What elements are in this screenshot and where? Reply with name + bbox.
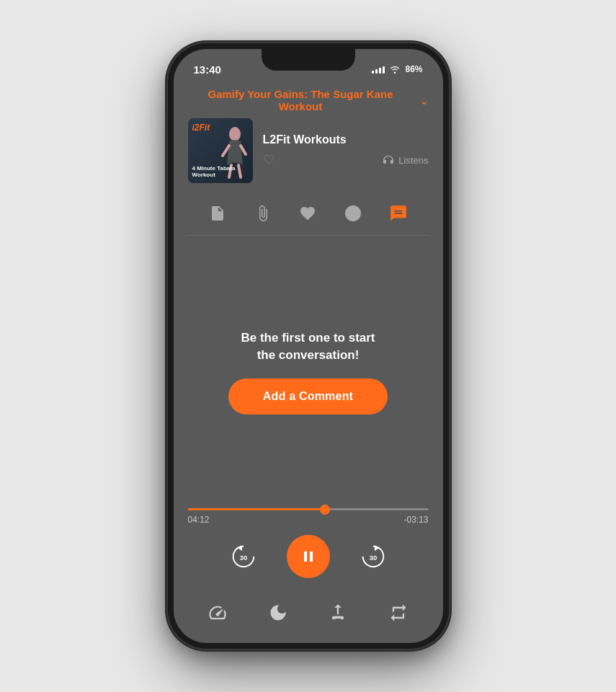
svg-text:30: 30	[369, 554, 377, 562]
tab-clip[interactable]	[249, 199, 277, 228]
signal-icon	[372, 65, 385, 74]
player-area: 04:12 -03:13 30	[174, 508, 443, 588]
tab-chat[interactable]	[384, 199, 413, 228]
artwork-overlay: i2Fit 4 Minute Tabata Workout	[188, 118, 253, 183]
podcast-card: i2Fit 4 Minute Tabata Workout L2Fit Work…	[174, 118, 443, 192]
header: Gamify Your Gains: The Sugar Kane Workou…	[174, 81, 443, 118]
chevron-down-icon[interactable]: ⌄	[419, 94, 429, 107]
player-controls: 30 30	[188, 535, 429, 588]
tab-icons-row	[174, 192, 443, 235]
status-right: 86%	[372, 64, 422, 74]
share-button[interactable]	[322, 597, 354, 629]
notch	[262, 49, 355, 71]
add-comment-button[interactable]: Add a Comment	[228, 378, 388, 414]
podcast-meta: ♡ Listens	[263, 152, 429, 168]
battery-indicator: 86%	[405, 64, 422, 74]
progress-track	[188, 508, 429, 510]
like-icon[interactable]: ♡	[263, 152, 274, 168]
bottom-nav	[174, 588, 443, 643]
wifi-icon	[389, 65, 401, 74]
artwork-logo: i2Fit	[192, 123, 249, 133]
headphones-icon	[382, 155, 395, 165]
progress-bar-container[interactable]	[188, 508, 429, 510]
podcast-artwork: i2Fit 4 Minute Tabata Workout	[188, 118, 253, 183]
app-content: Gamify Your Gains: The Sugar Kane Workou…	[174, 81, 443, 643]
time-labels: 04:12 -03:13	[188, 515, 429, 525]
status-time: 13:40	[194, 63, 221, 76]
svg-text:30: 30	[239, 554, 247, 562]
tab-heart[interactable]	[293, 199, 322, 228]
phone-frame: 13:40 86% Gamify Your Gains: T	[168, 43, 449, 649]
repeat-button[interactable]	[383, 597, 414, 629]
comments-area: Be the first one to startthe conversatio…	[174, 236, 443, 508]
rewind-button[interactable]: 30	[226, 539, 261, 574]
forward-button[interactable]: 30	[356, 539, 390, 574]
sleep-timer-button[interactable]	[262, 597, 294, 629]
speed-button[interactable]	[202, 597, 233, 629]
podcast-channel: L2Fit Workouts	[263, 133, 429, 146]
artwork-subtitle: Workout	[192, 172, 249, 179]
progress-fill	[188, 508, 325, 510]
screen: 13:40 86% Gamify Your Gains: T	[174, 49, 443, 643]
tab-notes[interactable]	[203, 199, 232, 228]
pause-button[interactable]	[287, 535, 330, 578]
artwork-title: 4 Minute Tabata	[192, 165, 249, 172]
empty-comments-message: Be the first one to startthe conversatio…	[241, 329, 375, 364]
listens-label: Listens	[398, 155, 428, 166]
episode-title: Gamify Your Gains: The Sugar Kane Workou…	[188, 88, 414, 112]
tab-check[interactable]	[339, 199, 367, 228]
remaining-time: -03:13	[403, 515, 428, 525]
current-time: 04:12	[188, 515, 210, 525]
progress-thumb	[320, 505, 330, 515]
podcast-info: L2Fit Workouts ♡ Listens	[263, 133, 429, 168]
listens-badge: Listens	[382, 155, 428, 166]
